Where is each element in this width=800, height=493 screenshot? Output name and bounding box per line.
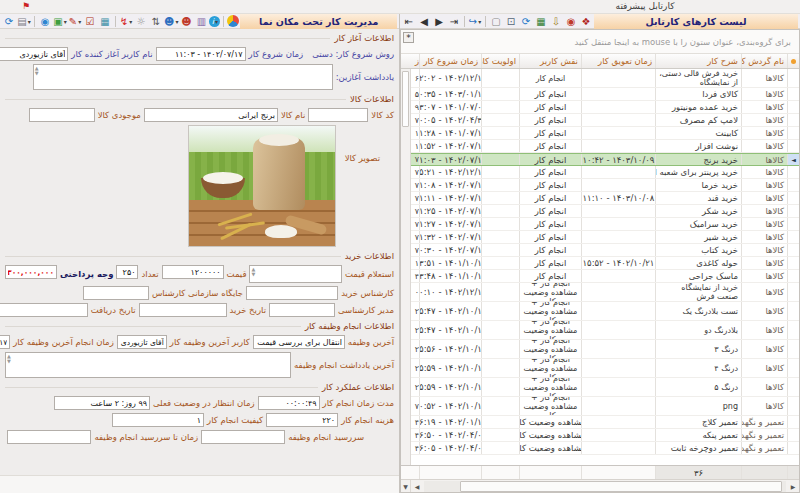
last-time-field[interactable]	[0, 335, 10, 349]
grid-row[interactable]: کالاهادرنگ ۵انجام کار + مشاهده وضعیت کار…	[411, 378, 799, 397]
receive-date-field[interactable]	[0, 303, 88, 317]
paid-field[interactable]	[5, 265, 57, 279]
quality-field[interactable]	[112, 413, 204, 427]
grid-row[interactable]: کالاهادرنگ ۳انجام کار + مشاهده وضعیت کار…	[411, 340, 799, 359]
nav-last-icon[interactable]: ⇥	[447, 15, 461, 28]
group-by-bar[interactable]: * برای گروه‌بندی، عنوان ستون را با mouse…	[401, 30, 799, 54]
grid-row[interactable]: تعمیر و نگهداریتعمیر پنکهمشاهده وضعیت کا…	[411, 429, 799, 442]
start-time-field[interactable]	[156, 47, 246, 61]
grid-row[interactable]: کالاهاحوله کاغذی۱۴۰۲/۱۰/۲۱ - ۱۵:۵۲انجام …	[411, 257, 799, 270]
memo-spinner-icon[interactable]: ▲▼	[35, 66, 39, 76]
actions-lightning-icon[interactable]: ↯▾	[119, 15, 133, 28]
due-time-field[interactable]	[7, 430, 91, 444]
apply-check-icon[interactable]: ☑	[83, 15, 97, 28]
pie-chart-icon[interactable]	[227, 15, 239, 27]
new-item-icon[interactable]: ▢	[489, 15, 503, 28]
grid-row[interactable]: کالاهاخرید کتابانجام کار۱۴۰۲/۰۷/۱۷ - ۱۰:…	[411, 244, 799, 257]
open-file-icon[interactable]: ▣▾	[53, 15, 67, 28]
grid-row[interactable]: کالاهاماسک جراحیانجام کار۱۴۰۱/۱۰/۱۷ - ۱۳…	[411, 270, 799, 283]
grid-row[interactable]: کالاهانوشت افزارانجام کار۱۴۰۲/۰۷/۱۱ - ۱۱…	[411, 140, 799, 153]
excel-export-icon[interactable]: ▦	[534, 15, 548, 28]
grid-row[interactable]: کالاهاتست بلادرنگ یکانجام کار + مشاهده و…	[411, 302, 799, 321]
manager-field[interactable]	[269, 303, 335, 317]
grid-row[interactable]: کالاهاکابینتانجام کار۱۴۰۱/۰۷/۱۸ - ۱۱:۲۸۱	[411, 127, 799, 140]
vertical-scrollbar[interactable]	[401, 69, 411, 465]
horizontal-scroll-thumb[interactable]	[460, 481, 782, 492]
grid-row[interactable]: کالاهاخرید فرش قالی دستی، از نمایشگاهانج…	[411, 69, 799, 88]
stamp-icon[interactable]: ◉	[564, 15, 578, 28]
header-start-time[interactable]: زمان شروع کار	[419, 54, 481, 68]
product-code-field[interactable]	[308, 108, 368, 122]
due-field[interactable]	[201, 430, 285, 444]
grid-row[interactable]: کالاهاخرید شیرانجام کار۱۴۰۲/۰۷/۱۷ - ۱۱:۳…	[411, 231, 799, 244]
nav-prev-icon[interactable]: ◀	[417, 15, 431, 28]
alarm-icon[interactable]: ☼	[134, 15, 148, 28]
expert-field[interactable]	[246, 286, 338, 300]
globe-icon[interactable]: ◉	[38, 15, 52, 28]
header-clipped-column[interactable]: ز	[412, 54, 419, 68]
starter-user-field[interactable]	[0, 47, 68, 61]
grid-row[interactable]: کالاهاخرید عمده مونیتورانجام کار۱۴۰۱/۰۷/…	[411, 101, 799, 114]
scroll-right-button[interactable]: ▶	[787, 483, 799, 490]
grid-row[interactable]: کالاهاکالای فرداانجام کار۱۴۰۳/۰۱/۱۵ - ۱۰…	[411, 88, 799, 101]
user-icon[interactable]: ☻▾	[164, 15, 178, 28]
cell-fragment: ۷	[412, 231, 419, 243]
grid-row[interactable]: کالاهابلادرنگ دوانجام کار + مشاهده وضعیت…	[411, 321, 799, 340]
refresh-list-icon[interactable]: ⟳	[519, 15, 533, 28]
last-task-field[interactable]	[253, 335, 345, 349]
stats-icon[interactable]: ▥	[194, 15, 208, 28]
last-user-field[interactable]	[117, 335, 167, 349]
initial-note-field[interactable]: ▲▼	[33, 64, 333, 90]
grid-row[interactable]: تعمیر و نگهداریتعمیر کلاچمشاهده وضعیت کا…	[411, 416, 799, 429]
grid-row[interactable]: کالاهاpngانجام کار + مشاهده وضعیت کار۱۴۰…	[411, 397, 799, 416]
undo-redo-icon[interactable]: ↪▾	[468, 15, 482, 28]
price-field[interactable]	[162, 265, 224, 279]
app-flag-icon[interactable]: ⚑	[20, 1, 32, 12]
inquiry-field[interactable]: ▲▼	[249, 265, 341, 283]
nav-next-icon[interactable]: ▶	[432, 15, 446, 28]
grid-row[interactable]: کالاهادرنگ ۴انجام کار + مشاهده وضعیت کار…	[411, 359, 799, 378]
grid-row[interactable]: کالاهالامپ کم مصرفانجام کار۱۴۰۲/۰۴/۳۱ - …	[411, 114, 799, 127]
nav-first-icon[interactable]: ⇤	[402, 15, 416, 28]
duration-field[interactable]	[258, 396, 320, 410]
cost-field[interactable]	[266, 413, 338, 427]
grid-row[interactable]: کالاهاخرید قند۱۴۰۳/۱۰/۰۸ - ۱۱:۱۰انجام کا…	[411, 192, 799, 205]
expert-pos-field[interactable]	[83, 286, 149, 300]
users-icon[interactable]: ☻	[179, 15, 193, 28]
last-note-field[interactable]: ▲▼	[5, 352, 291, 378]
memo-spinner-icon[interactable]: ▲▼	[7, 354, 11, 364]
horizontal-scroll-track[interactable]	[424, 481, 786, 492]
scroll-down-button[interactable]: ▼	[401, 480, 411, 492]
grid-row[interactable]: کالاهاخرید خرماانجام کار۱۴۰۲/۰۷/۱۷ - ۱۱:…	[411, 179, 799, 192]
print-icon[interactable]: ▤▾	[17, 15, 31, 28]
info-icon[interactable]: i▾	[209, 16, 220, 27]
edit-tools-icon[interactable]: ✎▾	[68, 15, 82, 28]
vertical-scroll-thumb[interactable]	[402, 71, 409, 127]
horizontal-scrollbar[interactable]: ▼ ◀ ▶	[401, 479, 799, 492]
header-defer-time[interactable]: زمان تعویق کار	[581, 54, 655, 68]
seal-icon[interactable]: ❖	[579, 15, 593, 28]
wait-field[interactable]	[54, 396, 150, 410]
grid-row[interactable]: کالاهاخرید شکرانجام کار۱۴۰۲/۰۷/۱۷ - ۱۱:۲…	[411, 205, 799, 218]
preview-icon[interactable]: ⊡	[504, 15, 518, 28]
grid-row[interactable]: ◄کالاهاخرید برنج۱۴۰۳/۱۰/۰۹ - ۱۰:۴۲انجام …	[411, 153, 799, 166]
product-name-field[interactable]	[144, 108, 278, 122]
send-export-icon[interactable]: ⇩	[549, 15, 563, 28]
grid-customize-button[interactable]: *	[403, 32, 414, 43]
product-stock-field[interactable]	[29, 108, 95, 122]
scroll-left-button[interactable]: ◀	[411, 483, 423, 490]
header-workflow[interactable]: نام گردش کار	[741, 54, 787, 68]
memo-spinner-icon[interactable]: ▲▼	[251, 267, 255, 277]
header-user-role[interactable]: نقش کاربر	[519, 54, 581, 68]
grid-row[interactable]: تعمیر و نگهداریتعمیر دوچرخه ثابتمشاهده و…	[411, 442, 799, 455]
refresh-icon[interactable]: ⟳	[2, 15, 16, 28]
sort-icon[interactable]: ⇅	[149, 15, 163, 28]
grid-row[interactable]: کالاهاخرید پرینتر برای شعبه الفانجام کار…	[411, 166, 799, 179]
buy-date-field[interactable]	[139, 303, 227, 317]
qty-field[interactable]	[116, 265, 138, 279]
header-priority[interactable]: اولویت کار	[481, 54, 519, 68]
grid-row[interactable]: کالاهاخرید از نمایشگاه صنعت فرشانجام کار…	[411, 283, 799, 302]
grid-row[interactable]: کالاهاخرید سرامیکانجام کار۱۴۰۲/۰۷/۱۷ - ۱…	[411, 218, 799, 231]
header-task[interactable]: شرح کار	[655, 54, 741, 68]
picture-icon[interactable]: ▦	[98, 15, 112, 28]
